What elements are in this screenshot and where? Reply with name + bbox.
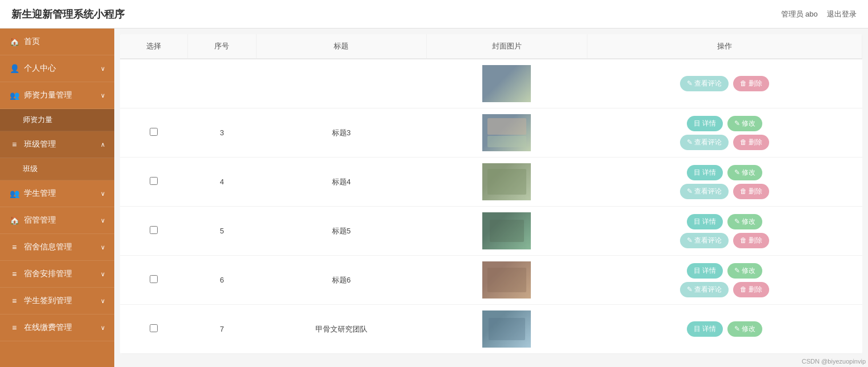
sidebar-item-dorm-arrange[interactable]: ≡ 宿舍安排管理 ∨	[0, 261, 114, 288]
sidebar-subitem-class[interactable]: 班级	[0, 158, 114, 180]
sidebar-item-home[interactable]: 🏠 首页	[0, 29, 114, 55]
btn-row-7-top: 目 详情 ✎ 修改	[687, 321, 763, 337]
action-group-5: 目 详情 ✎ 修改 ✎ 查看评论 🗑 删除	[591, 214, 857, 248]
sidebar-label-home: 首页	[24, 37, 40, 47]
table-row: 7 甲骨文研究团队 目 详情	[120, 305, 862, 354]
sidebar-item-class[interactable]: ≡ 班级管理 ∧	[0, 131, 114, 158]
comment-button-4[interactable]: ✎ 查看评论	[680, 184, 729, 199]
row-checkbox-5[interactable]	[150, 226, 158, 234]
sidebar-label-teacher: 师资力量管理	[24, 90, 72, 100]
data-table: 选择 序号 标题 封面图片 操作	[120, 34, 862, 354]
cell-checkbox[interactable]	[120, 158, 187, 207]
col-title: 标题	[256, 34, 426, 59]
cell-checkbox[interactable]	[120, 207, 187, 256]
student-icon: 👥	[9, 189, 19, 198]
row-checkbox-6[interactable]	[150, 275, 158, 283]
btn-row-5-top: 目 详情 ✎ 修改	[687, 214, 763, 229]
cell-checkbox	[120, 59, 187, 108]
sidebar-item-student[interactable]: 👥 学生管理 ∨	[0, 180, 114, 207]
personal-icon: 👤	[9, 64, 19, 73]
edit-button-7[interactable]: ✎ 修改	[727, 321, 762, 337]
cell-image-6	[426, 256, 587, 305]
pay-icon: ≡	[9, 323, 19, 332]
comment-button-top[interactable]: ✎ 查看评论	[680, 76, 729, 91]
edit-button-6[interactable]: ✎ 修改	[727, 263, 762, 279]
sidebar-subitem-shiziliang[interactable]: 师资力量	[0, 109, 114, 131]
cell-image-7	[426, 305, 587, 354]
user-info: 管理员 abo	[781, 9, 818, 19]
detail-button-3[interactable]: 目 详情	[687, 116, 723, 131]
cell-image-4	[426, 158, 587, 207]
home-icon: 🏠	[9, 37, 19, 46]
chevron-student: ∨	[101, 190, 105, 197]
edit-button-4[interactable]: ✎ 修改	[727, 165, 762, 180]
sidebar-label-personal: 个人中心	[24, 63, 56, 74]
sidebar-item-sign[interactable]: ≡ 学生签到管理 ∨	[0, 288, 114, 314]
logout-button[interactable]: 退出登录	[827, 9, 857, 19]
sidebar-sublabel-class: 班级	[23, 164, 38, 173]
table-row: 3 标题3	[120, 108, 862, 158]
edit-button-5[interactable]: ✎ 修改	[727, 214, 762, 229]
chevron-dorm-info: ∨	[101, 244, 105, 251]
btn-row-top: ✎ 查看评论 🗑 删除	[680, 76, 770, 91]
cell-title-3: 标题3	[256, 108, 426, 158]
sidebar-label-dorm-info: 宿舍信息管理	[24, 242, 72, 252]
cell-checkbox[interactable]	[120, 108, 187, 158]
sidebar-label-dorm-arrange: 宿舍安排管理	[24, 269, 72, 279]
cell-num-4: 4	[187, 158, 256, 207]
thumb-3	[482, 114, 531, 151]
cell-checkbox[interactable]	[120, 305, 187, 354]
cell-image	[426, 59, 587, 108]
comment-button-6[interactable]: ✎ 查看评论	[680, 282, 729, 297]
action-group-6: 目 详情 ✎ 修改 ✎ 查看评论 🗑 删除	[591, 263, 857, 297]
thumb-top	[482, 65, 531, 102]
chevron-personal: ∨	[101, 65, 105, 72]
action-group: ✎ 查看评论 🗑 删除	[591, 76, 857, 91]
cell-num-3: 3	[187, 108, 256, 158]
row-checkbox-3[interactable]	[150, 128, 158, 136]
chevron-sign: ∨	[101, 297, 105, 305]
cell-action: ✎ 查看评论 🗑 删除	[587, 59, 862, 108]
comment-button-3[interactable]: ✎ 查看评论	[680, 135, 729, 150]
table-container: 选择 序号 标题 封面图片 操作	[120, 34, 862, 354]
btn-row-5-bottom: ✎ 查看评论 🗑 删除	[680, 233, 770, 248]
btn-row-6-top: 目 详情 ✎ 修改	[687, 263, 763, 279]
table-row: 6 标题6 目 详情	[120, 256, 862, 305]
col-num: 序号	[187, 34, 256, 59]
action-group-4: 目 详情 ✎ 修改 ✎ 查看评论 🗑 删除	[591, 165, 857, 199]
detail-button-6[interactable]: 目 详情	[687, 263, 723, 279]
cell-action-4: 目 详情 ✎ 修改 ✎ 查看评论 🗑 删除	[587, 158, 862, 207]
chevron-dorm-mgmt: ∨	[101, 217, 105, 224]
delete-button-5[interactable]: 🗑 删除	[733, 233, 769, 248]
row-checkbox-7[interactable]	[150, 324, 158, 332]
dorm-mgmt-icon: 🏠	[9, 216, 19, 225]
cell-action-7: 目 详情 ✎ 修改	[587, 305, 862, 354]
sidebar-item-personal[interactable]: 👤 个人中心 ∨	[0, 55, 114, 82]
btn-row-6-bottom: ✎ 查看评论 🗑 删除	[680, 282, 770, 297]
detail-button-7[interactable]: 目 详情	[687, 321, 723, 337]
detail-button-5[interactable]: 目 详情	[687, 214, 723, 229]
delete-button-4[interactable]: 🗑 删除	[733, 184, 769, 199]
chevron-dorm-arrange: ∨	[101, 271, 105, 278]
delete-button-6[interactable]: 🗑 删除	[733, 282, 769, 297]
teacher-icon: 👥	[9, 91, 19, 100]
delete-button-3[interactable]: 🗑 删除	[733, 135, 769, 150]
row-checkbox-4[interactable]	[150, 177, 158, 185]
sidebar-label-dorm-mgmt: 宿管管理	[24, 215, 56, 225]
header-right: 管理员 abo 退出登录	[781, 9, 857, 19]
sidebar-item-dorm-mgmt[interactable]: 🏠 宿管管理 ∨	[0, 207, 114, 234]
sign-icon: ≡	[9, 296, 19, 305]
sidebar-item-pay[interactable]: ≡ 在线缴费管理 ∨	[0, 314, 114, 341]
comment-button-5[interactable]: ✎ 查看评论	[680, 233, 729, 248]
edit-button-3[interactable]: ✎ 修改	[727, 116, 762, 131]
sidebar-item-teacher[interactable]: 👥 师资力量管理 ∨	[0, 82, 114, 109]
detail-button-4[interactable]: 目 详情	[687, 165, 723, 180]
sidebar-item-dorm-info[interactable]: ≡ 宿舍信息管理 ∨	[0, 234, 114, 261]
class-icon: ≡	[9, 140, 19, 149]
thumb-5	[482, 212, 531, 249]
cell-num-7: 7	[187, 305, 256, 354]
cell-checkbox[interactable]	[120, 256, 187, 305]
cell-action-5: 目 详情 ✎ 修改 ✎ 查看评论 🗑 删除	[587, 207, 862, 256]
delete-button-top[interactable]: 🗑 删除	[733, 76, 769, 91]
cell-action-3: 目 详情 ✎ 修改 ✎ 查看评论 🗑 删除	[587, 108, 862, 158]
